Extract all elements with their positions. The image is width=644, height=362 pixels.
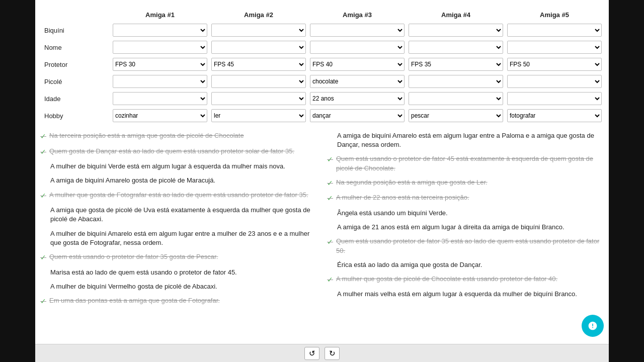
select-r3-c0[interactable]: chocolateMaracujáUvaAbacaxioutro (113, 75, 207, 88)
clue-right-6: ✓Quem está usando protetor de fator 35 e… (327, 237, 604, 255)
clue-left-text-10: Em uma das pontas está a amiga que gosta… (49, 296, 317, 305)
check-icon: ✓ (327, 237, 333, 247)
clue-right-0: A amiga de biquíni Amarelo está em algum… (327, 131, 604, 149)
cell-r0-c1: AmareloVerdeVermelhoBrancoAzul (209, 23, 308, 38)
clue-left-10: ✓Em uma das pontas está a amiga que gost… (40, 296, 317, 307)
clue-left-text-9: A mulher de biquíni Vermelho gosta de pi… (50, 282, 317, 291)
select-r3-c3[interactable]: chocolateMaracujáUvaAbacaxioutro (409, 75, 503, 88)
select-r0-c4[interactable]: AmareloVerdeVermelhoBrancoAzul (507, 24, 602, 37)
grid-body: BiquíniAmareloVerdeVermelhoBrancoAzulAma… (40, 23, 604, 123)
select-r2-c1[interactable]: FPS 30FPS 35FPS 40FPS 45FPS 50 (211, 58, 306, 71)
select-r5-c4[interactable]: cozinharlerdançarpescarfotografar (507, 109, 602, 122)
cell-r2-c2: FPS 30FPS 35FPS 40FPS 45FPS 50 (308, 57, 407, 72)
check-icon: ✓ (327, 194, 333, 204)
select-r3-c4[interactable]: chocolateMaracujáUvaAbacaxioutro (507, 75, 602, 88)
bottom-bar: ↺ ↻ (35, 344, 609, 362)
clue-left-6: A mulher de biquíni Amarelo está em algu… (40, 229, 317, 247)
select-r5-c0[interactable]: cozinharlerdançarpescarfotografar (113, 109, 207, 122)
select-r1-c4[interactable]: PalomaÂngelaÉricaMarisaoutra (507, 41, 602, 54)
clue-left-1: ✓Quem gosta de Dançar está ao lado de qu… (40, 147, 317, 157)
clue-left-7: ✓Quem está usando o protetor de fator 35… (40, 252, 317, 263)
row-label-4: Idade (40, 91, 111, 106)
clue-left-3: A amiga de biquíni Amarelo gosta de pico… (40, 176, 317, 185)
check-icon: ✓ (40, 297, 46, 307)
select-r1-c0[interactable]: PalomaÂngelaÉricaMarisaoutra (113, 41, 207, 54)
clue-right-text-5: A amiga de 21 anos está em algum lugar à… (337, 223, 604, 232)
clue-right-9: A mulher mais velha está em algum lugar … (327, 290, 604, 299)
cell-r5-c1: cozinharlerdançarpescarfotografar (209, 108, 308, 123)
row-label-0: Biquíni (40, 23, 111, 38)
select-r3-c1[interactable]: chocolateMaracujáUvaAbacaxioutro (211, 75, 306, 88)
clue-left-text-0: Na terceira posição está a amiga que gos… (49, 131, 317, 140)
clues-right-col: A amiga de biquíni Amarelo está em algum… (327, 131, 604, 311)
select-r1-c3[interactable]: PalomaÂngelaÉricaMarisaoutra (409, 41, 503, 54)
clue-left-9: A mulher de biquíni Vermelho gosta de pi… (40, 282, 317, 291)
cell-r4-c0: 21 anos22 anos23 anos24 anos25 anos (111, 91, 209, 106)
clue-left-2: A mulher de biquíni Verde está em algum … (40, 162, 317, 171)
clue-right-text-9: A mulher mais velha está em algum lugar … (337, 290, 604, 299)
cell-r3-c1: chocolateMaracujáUvaAbacaxioutro (209, 74, 308, 89)
select-r4-c1[interactable]: 21 anos22 anos23 anos24 anos25 anos (211, 92, 306, 105)
clue-right-text-8: A mulher que gosta de picolé de Chocolat… (336, 275, 604, 284)
clue-right-text-1: Quem está usando o protetor de fator 45 … (336, 154, 604, 172)
select-r1-c2[interactable]: PalomaÂngelaÉricaMarisaoutra (310, 41, 405, 54)
select-r4-c0[interactable]: 21 anos22 anos23 anos24 anos25 anos (113, 92, 207, 105)
check-icon: ✓ (40, 132, 46, 142)
cell-r1-c4: PalomaÂngelaÉricaMarisaoutra (505, 40, 604, 55)
select-r4-c3[interactable]: 21 anos22 anos23 anos24 anos25 anos (409, 92, 503, 105)
select-r2-c3[interactable]: FPS 30FPS 35FPS 40FPS 45FPS 50 (409, 58, 503, 71)
cell-r3-c2: chocolateMaracujáUvaAbacaxioutro (308, 74, 407, 89)
cell-r2-c1: FPS 30FPS 35FPS 40FPS 45FPS 50 (209, 57, 308, 72)
select-r2-c4[interactable]: FPS 30FPS 35FPS 40FPS 45FPS 50 (507, 58, 602, 71)
col-label-1: Amiga #1 (111, 9, 209, 21)
clue-right-4: Ângela está usando um biquíni Verde. (327, 209, 604, 218)
cell-r2-c3: FPS 30FPS 35FPS 40FPS 45FPS 50 (407, 57, 505, 72)
fab-button[interactable] (582, 315, 604, 337)
check-icon: ✓ (40, 253, 46, 263)
select-r5-c2[interactable]: cozinharlerdançarpescarfotografar (310, 109, 405, 122)
select-r3-c2[interactable]: chocolateMaracujáUvaAbacaxioutro (310, 75, 405, 88)
cell-r5-c2: cozinharlerdançarpescarfotografar (308, 108, 407, 123)
col-label-2: Amiga #2 (209, 9, 308, 21)
row-label-1: Nome (40, 40, 111, 55)
select-r2-c0[interactable]: FPS 30FPS 35FPS 40FPS 45FPS 50 (113, 58, 207, 71)
select-r0-c2[interactable]: AmareloVerdeVermelhoBrancoAzul (310, 24, 405, 37)
select-r0-c1[interactable]: AmareloVerdeVermelhoBrancoAzul (211, 24, 306, 37)
main-content: Amiga #1 Amiga #2 Amiga #3 Amiga #4 Amig… (35, 0, 609, 362)
left-bar (0, 0, 35, 362)
redo-button[interactable]: ↻ (325, 347, 340, 360)
clues-left-col: ✓Na terceira posição está a amiga que go… (40, 131, 317, 311)
cell-r3-c4: chocolateMaracujáUvaAbacaxioutro (505, 74, 604, 89)
row-header-spacer (40, 9, 111, 21)
clue-left-text-6: A mulher de biquíni Amarelo está em algu… (50, 229, 317, 247)
clue-left-8: Marisa está ao lado de quem está usando … (40, 268, 317, 277)
clue-right-text-2: Na segunda posição está a amiga que gost… (336, 178, 604, 187)
undo-button[interactable]: ↺ (304, 347, 319, 360)
col-label-5: Amiga #5 (505, 9, 604, 21)
cell-r2-c4: FPS 30FPS 35FPS 40FPS 45FPS 50 (505, 57, 604, 72)
check-icon: ✓ (40, 191, 46, 201)
check-icon: ✓ (327, 178, 333, 189)
select-r4-c2[interactable]: 21 anos22 anos23 anos24 anos25 anos (310, 92, 405, 105)
select-r5-c3[interactable]: cozinharlerdançarpescarfotografar (409, 109, 503, 122)
col-label-3: Amiga #3 (308, 9, 407, 21)
clue-left-text-4: A mulher que gosta de Fotografar está ao… (49, 191, 317, 200)
clue-right-text-3: A mulher de 22 anos está na terceira pos… (336, 193, 604, 202)
cell-r3-c0: chocolateMaracujáUvaAbacaxioutro (111, 74, 209, 89)
select-r1-c1[interactable]: PalomaÂngelaÉricaMarisaoutra (211, 41, 306, 54)
clue-left-0: ✓Na terceira posição está a amiga que go… (40, 131, 317, 142)
cell-r1-c0: PalomaÂngelaÉricaMarisaoutra (111, 40, 209, 55)
clue-left-text-5: A amiga que gosta de picolé de Uva está … (50, 206, 317, 224)
select-r2-c2[interactable]: FPS 30FPS 35FPS 40FPS 45FPS 50 (310, 58, 405, 71)
select-r0-c3[interactable]: AmareloVerdeVermelhoBrancoAzul (409, 24, 503, 37)
cell-r2-c0: FPS 30FPS 35FPS 40FPS 45FPS 50 (111, 57, 209, 72)
select-r0-c0[interactable]: AmareloVerdeVermelhoBrancoAzul (113, 24, 207, 37)
cell-r1-c1: PalomaÂngelaÉricaMarisaoutra (209, 40, 308, 55)
clue-right-1: ✓Quem está usando o protetor de fator 45… (327, 154, 604, 172)
check-icon: ✓ (40, 147, 46, 157)
cell-r1-c2: PalomaÂngelaÉricaMarisaoutra (308, 40, 407, 55)
select-r5-c1[interactable]: cozinharlerdançarpescarfotografar (211, 109, 306, 122)
clue-left-4: ✓A mulher que gosta de Fotografar está a… (40, 191, 317, 201)
check-icon: ✓ (327, 275, 333, 285)
select-r4-c4[interactable]: 21 anos22 anos23 anos24 anos25 anos (507, 92, 602, 105)
